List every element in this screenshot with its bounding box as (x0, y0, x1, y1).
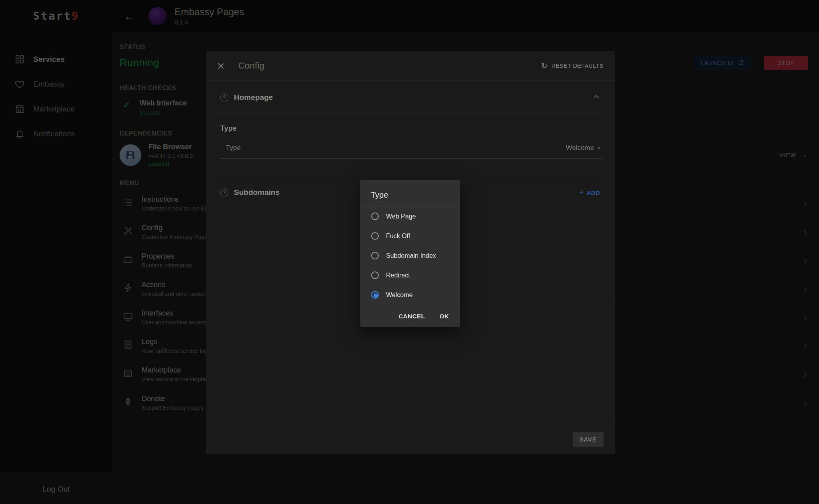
cancel-button[interactable]: CANCEL (398, 313, 425, 320)
radio-icon (371, 232, 379, 240)
radio-option-label: Fuck Off (386, 233, 410, 240)
type-select-dialog: Type Web Page Fuck Off Subdomain Index R… (360, 180, 460, 327)
dialog-title: Type (360, 180, 460, 206)
radio-option-label: Welcome (386, 291, 413, 299)
radio-icon (371, 271, 379, 279)
radio-option-redirect[interactable]: Redirect (360, 265, 460, 285)
radio-option-label: Web Page (386, 213, 416, 220)
dialog-buttons: CANCEL OK (360, 305, 460, 327)
radio-icon (371, 213, 379, 220)
radio-option-welcome[interactable]: Welcome (360, 285, 460, 305)
radio-icon (371, 252, 379, 259)
radio-option-web-page[interactable]: Web Page (360, 206, 460, 226)
radio-option-subdomain-index[interactable]: Subdomain Index (360, 246, 460, 265)
radio-selected-icon (371, 291, 379, 299)
radio-option-label: Redirect (386, 272, 410, 279)
ok-button[interactable]: OK (439, 313, 449, 320)
type-radio-group: Web Page Fuck Off Subdomain Index Redire… (360, 206, 460, 305)
radio-option-fuck-off[interactable]: Fuck Off (360, 226, 460, 246)
radio-option-label: Subdomain Index (386, 252, 436, 259)
